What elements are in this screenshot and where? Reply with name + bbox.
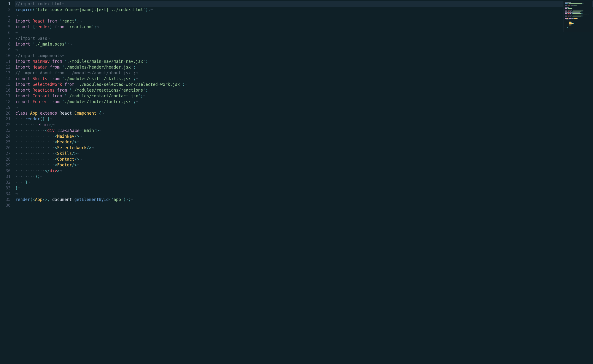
token-entity: SelectedWork [57, 145, 87, 150]
code-line[interactable]: // import About from './modules/about/ab… [15, 70, 593, 76]
line-number[interactable]: 17 [0, 93, 11, 99]
token-punc: ' [121, 197, 123, 202]
token-str: ./modules/selected-work/selected-work.js… [79, 82, 180, 87]
token-punc: ' [65, 59, 67, 64]
token-kw: return [35, 122, 50, 127]
code-line[interactable]: ¬ [15, 104, 593, 110]
token-eol: ¬ [62, 53, 64, 58]
code-line[interactable]: ¬ [15, 47, 593, 53]
line-number[interactable]: 27 [0, 151, 11, 156]
line-number[interactable]: 7 [0, 35, 11, 41]
code-area[interactable]: //import index.html¬require('file-loader… [14, 0, 593, 364]
minimap[interactable] [563, 1, 592, 32]
line-number[interactable]: 31 [0, 174, 11, 179]
line-number[interactable]: 14 [0, 76, 11, 82]
code-line[interactable]: require('file-loader?name=[name].[ext]!.… [15, 7, 593, 13]
line-number[interactable]: 9 [0, 47, 11, 53]
code-line[interactable]: import Skills from './modules/skills/ski… [15, 76, 593, 82]
code-line[interactable]: //import Sass¬ [15, 35, 593, 41]
line-number[interactable]: 2 [0, 7, 11, 13]
token-str: app [114, 197, 121, 202]
token-fn: require [15, 7, 33, 12]
token-ws: ···· [15, 117, 25, 121]
code-line[interactable]: //import index.html¬ [15, 1, 593, 7]
token-punc: /> [42, 197, 47, 202]
line-number[interactable]: 12 [0, 64, 11, 70]
line-number[interactable]: 30 [0, 168, 11, 174]
line-number[interactable]: 24 [0, 133, 11, 139]
token-punc: ) [124, 197, 126, 202]
code-line[interactable]: render(<App/>, document.getElementById('… [15, 197, 593, 202]
line-number[interactable]: 25 [0, 139, 11, 145]
line-number[interactable]: 8 [0, 41, 11, 47]
token-kw: from [65, 82, 74, 87]
token-punc: ' [62, 76, 65, 81]
code-line[interactable]: //import components¬ [15, 53, 593, 58]
code-line[interactable]: ················<Contact/>¬ [15, 156, 593, 162]
line-number[interactable]: 33 [0, 185, 11, 191]
token-kw: from [50, 99, 59, 104]
code-editor[interactable]: 1234567891011121314151617181920212223242… [0, 0, 593, 364]
line-number[interactable]: 15 [0, 82, 11, 87]
line-number[interactable]: 26 [0, 145, 11, 151]
token-tag: div [47, 128, 55, 133]
code-line[interactable]: import SelectedWork from './modules/sele… [15, 82, 593, 87]
code-line[interactable] [15, 202, 593, 208]
line-number-gutter[interactable]: 1234567891011121314151617181920212223242… [0, 0, 14, 364]
code-line[interactable]: ················<Footer/>¬ [15, 162, 593, 168]
code-line[interactable]: import React from 'react';¬ [15, 18, 593, 24]
code-line[interactable]: ········);¬ [15, 174, 593, 179]
line-number[interactable]: 21 [0, 116, 11, 122]
token-kw: import [15, 59, 30, 64]
code-line[interactable]: ····render() {¬ [15, 116, 593, 122]
token-punc: ' [131, 76, 133, 81]
line-number[interactable]: 3 [0, 13, 11, 18]
line-number[interactable]: 13 [0, 70, 11, 76]
token-punc: /> [74, 157, 79, 162]
code-line[interactable]: ········return(¬ [15, 122, 593, 128]
line-number[interactable]: 29 [0, 162, 11, 168]
code-line[interactable]: import MainNav from './modules/main-nav/… [15, 58, 593, 64]
code-line[interactable]: }¬ [15, 185, 593, 191]
token-entity: Contact [57, 157, 74, 162]
line-number[interactable]: 35 [0, 197, 11, 202]
token-comment: //import components [15, 53, 62, 58]
code-line[interactable]: class App extends React.Component {¬ [15, 110, 593, 116]
line-number[interactable]: 16 [0, 87, 11, 93]
code-line[interactable]: import Reactions from './modules/reactio… [15, 87, 593, 93]
line-number[interactable]: 22 [0, 122, 11, 128]
code-line[interactable]: ············</div>¬ [15, 168, 593, 174]
line-number[interactable]: 1 [0, 1, 11, 7]
code-line[interactable]: ················<SelectedWork/>¬ [15, 145, 593, 151]
line-number[interactable]: 28 [0, 156, 11, 162]
line-number[interactable]: 19 [0, 104, 11, 110]
code-line[interactable]: import Header from './modules/header/hea… [15, 64, 593, 70]
token-str: ./modules/header/header.jsx [65, 65, 131, 70]
line-number[interactable]: 5 [0, 24, 11, 30]
code-line[interactable]: import {render} from 'react-dom';¬ [15, 24, 593, 30]
line-number[interactable]: 6 [0, 30, 11, 35]
line-number[interactable]: 23 [0, 128, 11, 133]
code-line[interactable]: ················<Header/>¬ [15, 139, 593, 145]
code-line[interactable]: ····}¬ [15, 179, 593, 185]
line-number[interactable]: 11 [0, 58, 11, 64]
line-number[interactable]: 4 [0, 18, 11, 24]
line-number[interactable]: 36 [0, 202, 11, 208]
code-line[interactable]: ············<div className='main'>¬ [15, 128, 593, 133]
code-line[interactable]: ¬ [15, 30, 593, 35]
code-line[interactable]: ················<MainNav/>¬ [15, 133, 593, 139]
line-number[interactable]: 20 [0, 110, 11, 116]
code-line[interactable]: import Contact from './modules/contact/c… [15, 93, 593, 99]
token-kw: import [15, 88, 30, 92]
code-line[interactable]: import './_main.scss';¬ [15, 41, 593, 47]
code-line[interactable]: import Footer from './modules/footer/foo… [15, 99, 593, 104]
line-number[interactable]: 34 [0, 191, 11, 197]
code-line[interactable]: ················<Skills/>¬ [15, 151, 593, 156]
code-line[interactable]: ¬ [15, 13, 593, 18]
line-number[interactable]: 32 [0, 179, 11, 185]
token-plain [50, 93, 52, 98]
line-number[interactable]: 18 [0, 99, 11, 104]
token-ws: ············ [15, 128, 45, 133]
line-number[interactable]: 10 [0, 53, 11, 58]
code-line[interactable]: ¬ [15, 191, 593, 197]
